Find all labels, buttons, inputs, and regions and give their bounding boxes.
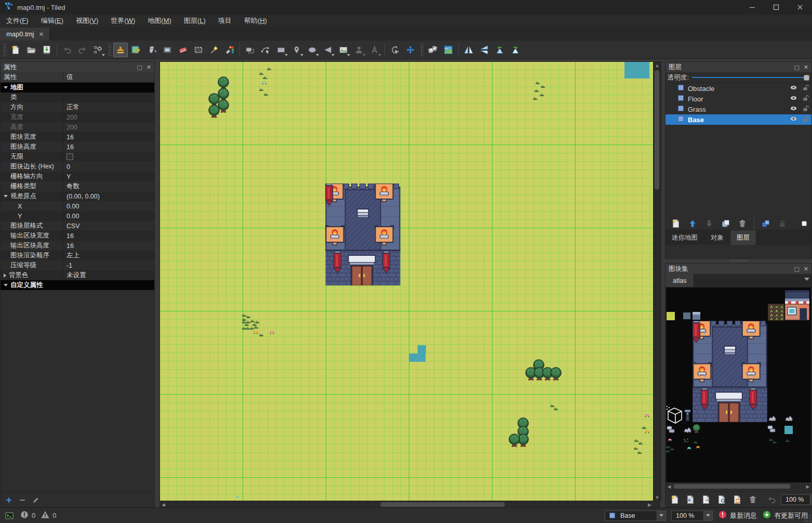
float-panel-icon[interactable]: ▢ bbox=[794, 266, 799, 272]
property-row[interactable]: 图块宽度16 bbox=[1, 132, 154, 142]
layer-row-Base[interactable]: Base bbox=[665, 114, 811, 125]
tileset-zoom-select[interactable]: 100 % bbox=[781, 494, 812, 505]
property-row[interactable]: 自定义属性 bbox=[1, 280, 154, 290]
menu-视图[interactable]: 视图(V) bbox=[70, 15, 104, 27]
dock-tab-迷你地图[interactable]: 迷你地图 bbox=[665, 230, 704, 245]
flip-vertical-button[interactable] bbox=[477, 43, 491, 57]
scroll-up-arrow[interactable]: ▲ bbox=[654, 62, 661, 69]
add-property-button[interactable] bbox=[5, 496, 13, 504]
ts-hscroll-handle[interactable] bbox=[673, 484, 791, 489]
highlight-toggle-button[interactable] bbox=[797, 217, 811, 230]
visibility-eye-icon[interactable] bbox=[789, 94, 798, 103]
close-panel-icon[interactable]: ✕ bbox=[804, 266, 808, 272]
dropdown-arrow-icon[interactable] bbox=[810, 495, 812, 504]
tileset-view[interactable] bbox=[666, 287, 811, 482]
property-row[interactable]: 类 bbox=[1, 93, 154, 102]
edit-property-button[interactable] bbox=[32, 496, 40, 504]
visibility-eye-icon[interactable] bbox=[789, 104, 798, 114]
expander-open-icon[interactable] bbox=[4, 195, 8, 198]
console-button[interactable] bbox=[4, 511, 15, 520]
flip-horizontal-button[interactable] bbox=[461, 43, 476, 57]
property-row[interactable]: 图块边长 (Hex)0 bbox=[1, 162, 154, 172]
expander-closed-icon[interactable] bbox=[4, 273, 6, 278]
minimize-button[interactable] bbox=[740, 0, 764, 15]
raise-layer-button[interactable] bbox=[686, 217, 699, 230]
property-row[interactable]: Y0.00 bbox=[1, 211, 154, 221]
property-row[interactable]: 视差原点(0.00, 0.00) bbox=[1, 191, 154, 201]
map-vertical-scrollbar[interactable]: ▲ ▼ bbox=[653, 61, 661, 501]
insert-template-button[interactable] bbox=[352, 43, 366, 57]
opacity-slider-knob[interactable] bbox=[804, 75, 809, 81]
toolbar-drag-handle[interactable] bbox=[420, 43, 423, 57]
shape-fill-button[interactable] bbox=[160, 43, 175, 57]
replace-tileset-button[interactable] bbox=[731, 493, 743, 506]
toolbar-drag-handle[interactable] bbox=[3, 43, 6, 57]
property-row[interactable]: 图块高度16 bbox=[1, 142, 154, 152]
document-tab[interactable]: map0.tmj✕ bbox=[0, 28, 50, 41]
insert-polygon-button[interactable] bbox=[321, 43, 335, 57]
property-row[interactable]: 输出区块高度16 bbox=[1, 241, 154, 251]
terrain-mode-button[interactable] bbox=[441, 43, 456, 57]
float-panel-icon[interactable]: ▢ bbox=[137, 64, 142, 70]
open-file-button[interactable] bbox=[24, 43, 38, 57]
insert-ellipse-button[interactable] bbox=[305, 43, 320, 57]
dropdown-arrow-icon[interactable] bbox=[703, 511, 712, 520]
close-panel-icon[interactable]: ✕ bbox=[147, 64, 151, 70]
menu-文件[interactable]: 文件(F) bbox=[0, 15, 35, 27]
dice-button[interactable] bbox=[425, 43, 440, 57]
embed-tileset-button[interactable] bbox=[685, 493, 696, 506]
tileset-horizontal-scrollbar[interactable]: ◀ ▶ bbox=[666, 483, 811, 490]
float-panel-icon[interactable]: ▢ bbox=[794, 64, 799, 70]
map-zoom-select[interactable]: 100 % bbox=[671, 511, 713, 521]
map-canvas[interactable] bbox=[160, 62, 653, 501]
dropdown-arrow-icon[interactable] bbox=[102, 54, 105, 56]
rotate-right-button[interactable] bbox=[508, 43, 523, 57]
same-tile-select-button[interactable] bbox=[222, 43, 237, 57]
remove-layer-button[interactable] bbox=[736, 217, 749, 230]
dropdown-arrow-icon[interactable] bbox=[378, 54, 381, 56]
terrain-brush-button[interactable] bbox=[129, 43, 143, 57]
insert-rectangle-button[interactable] bbox=[274, 43, 288, 57]
export-tileset-button[interactable] bbox=[700, 493, 712, 506]
property-row[interactable]: 方向正常 bbox=[1, 102, 154, 112]
lock-icon[interactable] bbox=[801, 115, 809, 124]
insert-tile-button[interactable] bbox=[336, 43, 351, 57]
map-view[interactable] bbox=[159, 61, 654, 501]
bucket-fill-button[interactable] bbox=[144, 43, 159, 57]
scroll-right-arrow[interactable]: ▶ bbox=[805, 483, 811, 490]
current-layer-select[interactable]: Base bbox=[605, 511, 666, 521]
rotate-objects-button[interactable] bbox=[388, 43, 402, 57]
scroll-left-arrow[interactable]: ◀ bbox=[666, 483, 672, 490]
remove-property-button[interactable] bbox=[18, 496, 26, 504]
magic-wand-button[interactable] bbox=[207, 43, 221, 57]
layer-row-Grass[interactable]: Grass bbox=[665, 104, 811, 114]
lower-layer-button[interactable] bbox=[702, 217, 716, 230]
property-row[interactable]: 栅格类型奇数 bbox=[1, 181, 154, 191]
move-objects-button[interactable] bbox=[403, 43, 418, 57]
dropdown-arrow-icon[interactable] bbox=[347, 54, 350, 56]
select-objects-button[interactable] bbox=[243, 43, 257, 57]
rect-select-button[interactable] bbox=[191, 43, 206, 57]
dropdown-arrow-icon[interactable] bbox=[300, 54, 303, 56]
menu-帮助[interactable]: 帮助(H) bbox=[238, 15, 273, 27]
scroll-down-arrow[interactable]: ▼ bbox=[654, 494, 661, 501]
lock-layer-button[interactable] bbox=[776, 217, 789, 230]
dropdown-arrow-icon[interactable] bbox=[363, 54, 366, 56]
highlight-layer-button[interactable] bbox=[759, 217, 773, 230]
insert-text-button[interactable] bbox=[367, 43, 382, 57]
close-panel-icon[interactable]: ✕ bbox=[804, 64, 808, 70]
property-row[interactable]: 输出区块宽度16 bbox=[1, 231, 154, 241]
vscroll-handle[interactable] bbox=[655, 70, 659, 190]
update-button[interactable]: 有更新可用 bbox=[762, 510, 808, 521]
dock-tab-图层[interactable]: 图层 bbox=[730, 230, 756, 245]
property-row[interactable]: 地图 bbox=[1, 83, 154, 93]
menu-地图[interactable]: 地图(M) bbox=[141, 15, 178, 27]
lock-icon[interactable] bbox=[801, 84, 809, 93]
redo-button[interactable] bbox=[75, 43, 90, 57]
news-button[interactable]: 最新消息 bbox=[718, 510, 757, 521]
property-row[interactable]: 无限 bbox=[1, 152, 154, 162]
property-row[interactable]: 图块层格式CSV bbox=[1, 221, 154, 231]
toolbar-drag-handle[interactable] bbox=[108, 43, 111, 57]
close-button[interactable] bbox=[788, 0, 812, 15]
insert-point-button[interactable] bbox=[289, 43, 304, 57]
